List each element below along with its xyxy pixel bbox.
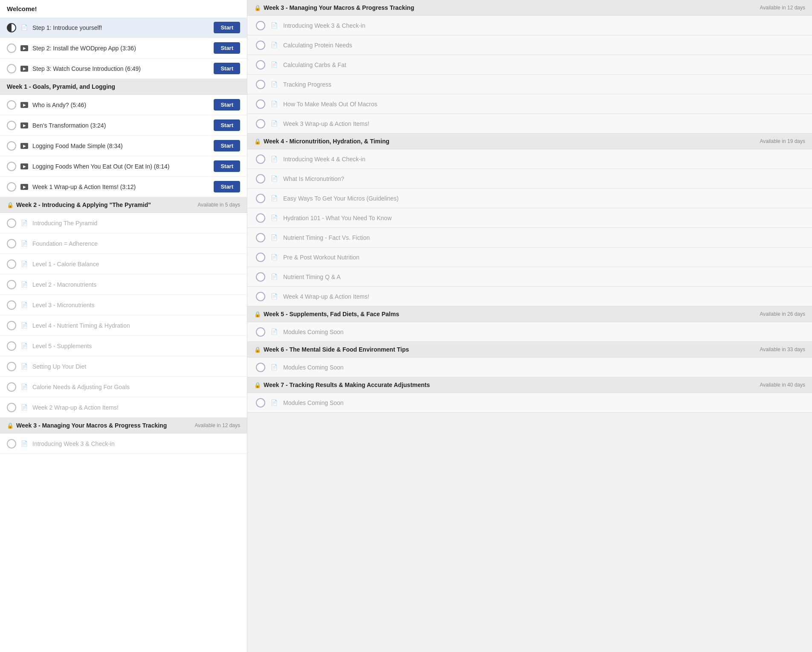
lock-icon: 🔒 xyxy=(254,5,261,11)
r-circle-checkbox[interactable] xyxy=(256,119,265,128)
left-panel: Welcome! 📄 Step 1: Introduce yourself! S… xyxy=(0,0,247,652)
start-button-w1l1[interactable]: Start xyxy=(214,99,240,111)
lesson-row: ▶ Who is Andy? (5:46) Start xyxy=(0,95,247,115)
circle-checkbox[interactable] xyxy=(7,44,16,53)
lesson-row: ▶ Step 3: Watch Course Introduction (6:4… xyxy=(0,58,247,79)
circle-checkbox[interactable] xyxy=(7,341,16,351)
week7-title: 🔒 Week 7 - Tracking Results & Making Acc… xyxy=(254,381,430,388)
start-button-w1l5[interactable]: Start xyxy=(214,181,240,192)
r-circle-checkbox[interactable] xyxy=(256,194,265,203)
week6-title: 🔒 Week 6 - The Mental Side & Food Enviro… xyxy=(254,346,409,353)
circle-checkbox[interactable] xyxy=(7,239,16,248)
week4-section-header: 🔒 Week 4 - Micronutrition, Hydration, & … xyxy=(247,134,812,149)
lock-icon: 🔒 xyxy=(7,422,14,429)
circle-checkbox[interactable] xyxy=(7,362,16,371)
r-lesson-row: 📄 Nutrient Timing Q & A xyxy=(247,267,812,287)
lesson-row: 📄 Level 1 - Calorie Balance xyxy=(0,254,247,274)
circle-checkbox[interactable] xyxy=(7,100,16,110)
week2-title: 🔒 Week 2 - Introducing & Applying "The P… xyxy=(7,201,151,208)
r-lesson-row: 📄 Easy Ways To Get Your Micros (Guidelin… xyxy=(247,189,812,208)
lesson-title: Level 1 - Calorie Balance xyxy=(32,261,240,268)
week5-availability: Available in 26 days xyxy=(760,311,805,317)
week6-section-header: 🔒 Week 6 - The Mental Side & Food Enviro… xyxy=(247,342,812,358)
r-circle-checkbox[interactable] xyxy=(256,253,265,262)
circle-checkbox[interactable] xyxy=(7,259,16,269)
r-circle-checkbox[interactable] xyxy=(256,21,265,30)
week3-availability-right: Available in 12 days xyxy=(760,5,805,11)
lesson-title: Logging Foods When You Eat Out (Or Eat I… xyxy=(32,163,209,170)
r-circle-checkbox[interactable] xyxy=(256,292,265,301)
r-lesson-title: Tracking Progress xyxy=(283,81,803,88)
week3-title-right: 🔒 Week 3 - Managing Your Macros & Progre… xyxy=(254,4,414,11)
r-lesson-row: 📄 Introducing Week 4 & Check-in xyxy=(247,149,812,169)
r-lesson-row: 📄 Modules Coming Soon xyxy=(247,393,812,413)
circle-checkbox[interactable] xyxy=(7,439,16,448)
r-lesson-title: Easy Ways To Get Your Micros (Guidelines… xyxy=(283,195,803,202)
circle-checkbox-half[interactable] xyxy=(7,23,16,32)
welcome-lessons: 📄 Step 1: Introduce yourself! Start ▶ St… xyxy=(0,17,247,79)
r-doc-icon: 📄 xyxy=(270,61,278,68)
lesson-row: ▶ Logging Foods When You Eat Out (Or Eat… xyxy=(0,156,247,177)
r-doc-icon: 📄 xyxy=(270,42,278,48)
doc-icon: 📄 xyxy=(20,343,28,349)
start-button-step3[interactable]: Start xyxy=(214,63,240,74)
circle-checkbox[interactable] xyxy=(7,382,16,392)
circle-checkbox[interactable] xyxy=(7,321,16,330)
doc-icon: 📄 xyxy=(20,404,28,410)
lesson-title: Who is Andy? (5:46) xyxy=(32,102,209,108)
r-lesson-title: Introducing Week 4 & Check-in xyxy=(283,156,803,163)
r-doc-icon: 📄 xyxy=(270,120,278,127)
r-lesson-title: Hydration 101 - What You Need To Know xyxy=(283,215,803,221)
doc-icon: 📄 xyxy=(20,220,28,226)
circle-checkbox[interactable] xyxy=(7,141,16,151)
lock-icon: 🔒 xyxy=(254,382,261,388)
lesson-title: Level 2 - Macronutrients xyxy=(32,281,240,288)
r-circle-checkbox[interactable] xyxy=(256,213,265,223)
r-circle-checkbox[interactable] xyxy=(256,80,265,89)
week3-section-header-right: 🔒 Week 3 - Managing Your Macros & Progre… xyxy=(247,0,812,16)
week1-section-header: Week 1 - Goals, Pyramid, and Logging xyxy=(0,79,247,95)
r-circle-checkbox[interactable] xyxy=(256,327,265,337)
start-button-step1[interactable]: Start xyxy=(214,22,240,33)
doc-icon: 📄 xyxy=(20,24,28,31)
doc-icon: 📄 xyxy=(20,363,28,370)
week2-section-header: 🔒 Week 2 - Introducing & Applying "The P… xyxy=(0,197,247,213)
r-lesson-title: Pre & Post Workout Nutrition xyxy=(283,254,803,261)
r-lesson-title: Modules Coming Soon xyxy=(283,364,803,371)
circle-checkbox[interactable] xyxy=(7,182,16,192)
r-circle-checkbox[interactable] xyxy=(256,174,265,183)
r-circle-checkbox[interactable] xyxy=(256,272,265,282)
circle-checkbox[interactable] xyxy=(7,121,16,130)
r-circle-checkbox[interactable] xyxy=(256,60,265,70)
start-button-w1l3[interactable]: Start xyxy=(214,140,240,151)
circle-checkbox[interactable] xyxy=(7,300,16,310)
video-icon: ▶ xyxy=(20,66,28,72)
r-lesson-title: Introducing Week 3 & Check-in xyxy=(283,22,803,29)
r-circle-checkbox[interactable] xyxy=(256,154,265,164)
r-circle-checkbox[interactable] xyxy=(256,41,265,50)
r-doc-icon: 📄 xyxy=(270,156,278,162)
lesson-row: 📄 Foundation = Adherence xyxy=(0,233,247,254)
r-lesson-title: Modules Coming Soon xyxy=(283,329,803,335)
circle-checkbox[interactable] xyxy=(7,162,16,171)
circle-checkbox[interactable] xyxy=(7,64,16,73)
circle-checkbox[interactable] xyxy=(7,218,16,228)
week1-lessons: ▶ Who is Andy? (5:46) Start ▶ Ben's Tran… xyxy=(0,95,247,197)
r-lesson-row: 📄 Week 4 Wrap-up & Action Items! xyxy=(247,287,812,306)
week6-availability: Available in 33 days xyxy=(760,346,805,352)
lesson-title: Level 4 - Nutrient Timing & Hydration xyxy=(32,322,240,329)
r-circle-checkbox[interactable] xyxy=(256,363,265,372)
circle-checkbox[interactable] xyxy=(7,403,16,412)
r-lesson-title: Nutrient Timing Q & A xyxy=(283,274,803,280)
lesson-row: 📄 Week 2 Wrap-up & Action Items! xyxy=(0,397,247,418)
start-button-w1l2[interactable]: Start xyxy=(214,119,240,131)
r-circle-checkbox[interactable] xyxy=(256,233,265,242)
circle-checkbox[interactable] xyxy=(7,280,16,289)
r-circle-checkbox[interactable] xyxy=(256,99,265,109)
r-circle-checkbox[interactable] xyxy=(256,398,265,408)
week5-section-header: 🔒 Week 5 - Supplements, Fad Diets, & Fac… xyxy=(247,306,812,322)
lesson-row: 📄 Level 4 - Nutrient Timing & Hydration xyxy=(0,315,247,336)
start-button-step2[interactable]: Start xyxy=(214,42,240,54)
lesson-title: Foundation = Adherence xyxy=(32,240,240,247)
start-button-w1l4[interactable]: Start xyxy=(214,160,240,172)
